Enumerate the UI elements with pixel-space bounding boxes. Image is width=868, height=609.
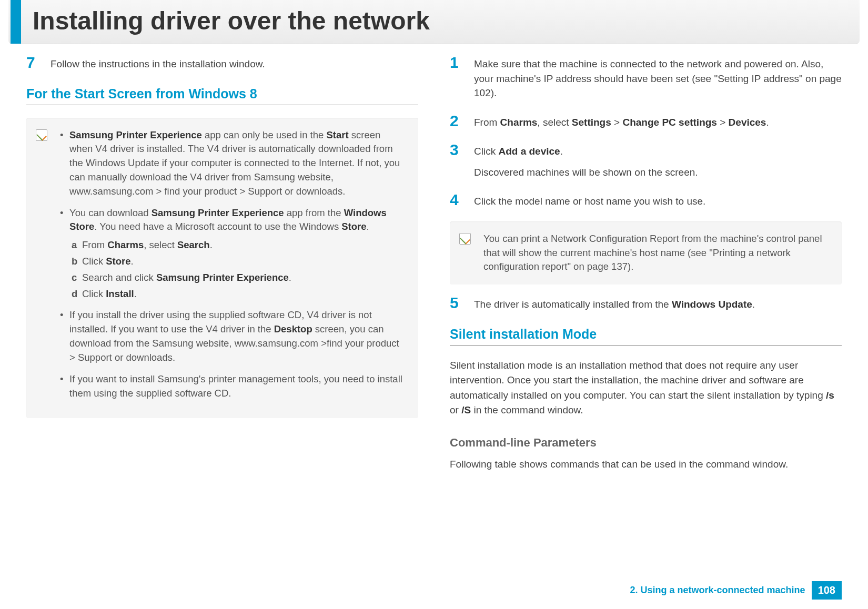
bullet-mgmt-tools: If you want to install Samsung's printer…: [60, 372, 406, 401]
pencil-note-icon: [459, 233, 471, 245]
chapter-label: 2. Using a network-connected machine: [630, 585, 805, 596]
text-bold: Start: [326, 129, 348, 140]
step-1: 1 Make sure that the machine is connecte…: [450, 55, 842, 100]
step-text: Make sure that the machine is connected …: [474, 55, 842, 100]
bullet-spe-start: Samsung Printer Experience app can only …: [60, 128, 406, 199]
step-text: Click the model name or host name you wi…: [474, 192, 705, 209]
note-box-left: Samsung Printer Experience app can only …: [26, 118, 418, 419]
left-column: 7 Follow the instructions in the install…: [26, 55, 418, 478]
substep-a: aFrom Charms, select Search.: [72, 238, 406, 252]
step-subtext: Discovered machines will be shown on the…: [474, 165, 698, 180]
content-columns: 7 Follow the instructions in the install…: [0, 44, 868, 478]
substep-b: bClick Store.: [72, 255, 406, 269]
note-content: Samsung Printer Experience app can only …: [60, 128, 406, 401]
silent-paragraph: Silent installation mode is an installat…: [450, 358, 842, 418]
step-4: 4 Click the model name or host name you …: [450, 192, 842, 209]
text-bold: Samsung Printer Experience: [69, 129, 202, 140]
substep-c: cSearch and click Samsung Printer Experi…: [72, 271, 406, 285]
pencil-note-icon: [36, 129, 47, 141]
subheading-win8-start: For the Start Screen from Windows 8: [26, 86, 418, 105]
subheading-silent: Silent installation Mode: [450, 327, 842, 346]
step-2: 2 From Charms, select Settings > Change …: [450, 113, 842, 130]
cmdline-text: Following table shows commands that can …: [450, 457, 842, 472]
note-box-right: You can print a Network Configuration Re…: [450, 221, 842, 285]
step-5: 5 The driver is automatically installed …: [450, 295, 842, 312]
subheading-cmdline: Command-line Parameters: [450, 436, 842, 450]
step-text: Click Add a device. Discovered machines …: [474, 142, 698, 179]
step-number: 4: [450, 192, 466, 208]
step-number: 2: [450, 113, 466, 129]
step-number: 1: [450, 55, 466, 70]
bullet-cd-v4: If you install the driver using the supp…: [60, 308, 406, 364]
right-column: 1 Make sure that the machine is connecte…: [450, 55, 842, 478]
note-content: You can print a Network Configuration Re…: [483, 232, 829, 274]
page-footer: 2. Using a network-connected machine 108: [630, 581, 842, 600]
bullet-download-spe: You can download Samsung Printer Experie…: [60, 206, 406, 301]
text-bold: Store: [341, 221, 366, 232]
substep-d: dClick Install.: [72, 287, 406, 301]
step-number: 7: [26, 55, 42, 70]
step-7: 7 Follow the instructions in the install…: [26, 55, 418, 72]
page-number: 108: [812, 581, 842, 600]
step-text: From Charms, select Settings > Change PC…: [474, 113, 769, 130]
step-text: Follow the instructions in the installat…: [51, 55, 265, 72]
page-title: Installing driver over the network: [33, 6, 839, 35]
step-number: 3: [450, 142, 466, 158]
step-text: The driver is automatically installed fr…: [474, 295, 755, 312]
page-header: Installing driver over the network: [8, 0, 860, 44]
step-3: 3 Click Add a device. Discovered machine…: [450, 142, 842, 179]
step-number: 5: [450, 295, 466, 311]
text-bold: Samsung Printer Experience: [152, 207, 284, 218]
